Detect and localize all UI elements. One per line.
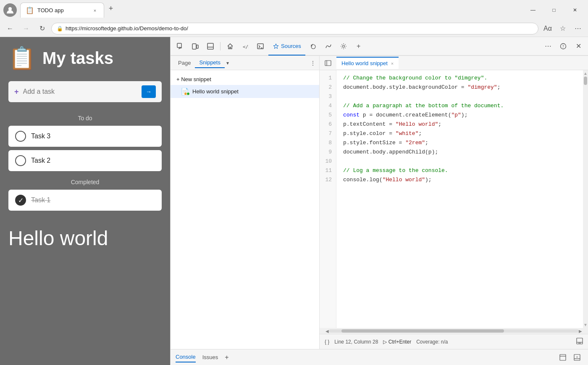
add-task-bar: + → [8,81,162,102]
code-content-area: 1 2 3 4 5 6 7 8 9 10 11 12 // Change the… [320,70,588,328]
coverage-label: Coverage: n/a [416,339,448,345]
hscrollbar-track[interactable] [329,329,579,333]
console-tab[interactable]: Console [176,352,196,362]
maximize-button[interactable]: □ [544,3,564,17]
read-aloud-button[interactable]: Aα [541,22,554,35]
add-drawer-tab-button[interactable]: + [225,354,228,361]
home-button[interactable] [223,39,237,53]
profile-icon[interactable] [3,3,17,17]
hscrollbar-left-arrow[interactable]: ◀ [326,329,329,333]
snippet-item-hello-world[interactable]: 📄 Hello world snippet [171,85,319,98]
add-task-input[interactable] [23,88,137,95]
inspect-element-button[interactable] [173,39,187,53]
close-button[interactable]: ✕ [565,3,585,17]
sources-panel-tab[interactable]: Sources [268,37,305,56]
code-text[interactable]: // Change the background color to "dimgr… [336,70,583,328]
url-text: https://microsoftedge.github.io/Demos/de… [66,25,188,32]
active-tab[interactable]: 📋 TODO app × [20,3,104,18]
settings-button[interactable] [336,39,351,53]
svg-rect-2 [192,44,196,49]
dock-bottom-button[interactable] [557,352,569,363]
devtools-bottom-tabs: Console Issues + [171,349,588,365]
task-3-label: Task 3 [31,132,50,140]
browser-chrome: 📋 TODO app × + — □ ✕ ← → ↻ 🔒 https://mic… [0,0,588,37]
more-button[interactable]: ⋯ [571,22,585,35]
editor-tab-label: Hello world snippet [341,60,388,66]
refresh-button[interactable]: ↻ [35,22,49,35]
svg-rect-3 [197,45,198,48]
editor-tabs: Hello world snippet × [320,56,588,70]
svg-rect-16 [560,354,566,360]
snippet-run-dot [186,92,190,95]
task-3-checkbox[interactable] [15,131,26,142]
snippets-tab[interactable]: Snippets [195,58,225,68]
add-panel-button[interactable]: + [352,39,366,53]
run-snippet-button[interactable]: ▷ Ctrl+Enter [383,339,411,345]
devtools-toolbar: </> Sources + ⋯ ? [171,37,588,56]
task-2-checkbox[interactable] [15,155,26,166]
scrollbar-down-arrow[interactable]: ▼ [583,323,588,328]
device-emulation-button[interactable] [188,39,202,53]
hscrollbar-right-arrow[interactable]: ▶ [579,329,582,333]
page-tab[interactable]: Page [174,58,195,68]
format-button[interactable]: { } [325,339,329,345]
add-task-button[interactable]: → [142,85,156,98]
snippets-list: + New snippet 📄 Hello world snippet [171,70,319,349]
editor-tab-close-button[interactable]: × [391,61,394,66]
snippet-name: Hello world snippet [192,88,239,95]
issues-tab[interactable]: Issues [202,352,218,362]
task-item-1[interactable]: ✓ Task 1 [8,190,162,211]
performance-button[interactable] [321,39,336,53]
close-devtools-button[interactable]: ✕ [571,39,585,53]
todo-section-label: To do [8,115,162,122]
help-button[interactable]: ? [556,39,570,53]
address-bar[interactable]: 🔒 https://microsoftedge.github.io/Demos/… [51,23,538,34]
forward-button: → [19,22,33,35]
network-button[interactable] [306,39,320,53]
task-item-2[interactable]: Task 2 [8,150,162,171]
task-1-checkbox[interactable]: ✓ [15,195,26,206]
toolbar-separator [220,42,220,50]
plus-icon: + [14,87,19,96]
nav-bar: ← → ↻ 🔒 https://microsoftedge.github.io/… [0,20,588,37]
nav-actions: Aα ☆ ⋯ [541,22,585,35]
svg-rect-12 [325,61,331,66]
new-tab-button[interactable]: + [104,2,118,15]
main-area: 📋 My tasks + → To do Task 3 Task 2 Compl… [0,37,588,365]
elements-panel-button[interactable]: </> [238,39,252,53]
task-1-label: Task 1 [31,196,50,204]
devtools-panel: </> Sources + ⋯ ? [170,37,588,365]
new-snippet-label: + New snippet [176,76,211,82]
sources-tabs: Page Snippets ▾ ⋮ [171,56,319,70]
svg-text:</>: </> [243,44,249,50]
vertical-scrollbar[interactable]: ▲ ▼ [583,70,588,328]
task-item-3[interactable]: Task 3 [8,126,162,147]
tab-favicon: 📋 [26,6,34,14]
scrollbar-thumb[interactable] [584,77,587,85]
page-header: 📋 My tasks [8,45,162,71]
sources-panel-body: Page Snippets ▾ ⋮ + New snippet 📄 [171,56,588,349]
clipboard-icon: 📋 [8,45,36,71]
snippets-menu-button[interactable]: ⋮ [310,60,316,66]
sources-file-list: Page Snippets ▾ ⋮ + New snippet 📄 [171,56,320,349]
more-tools-button[interactable]: ⋯ [541,39,555,53]
sidebar-toggle-button[interactable] [322,57,334,69]
dock-button[interactable] [576,338,583,346]
task-2-label: Task 2 [31,157,50,164]
editor-tab-hello-world[interactable]: Hello world snippet × [336,57,399,69]
window-controls: — □ ✕ [523,3,585,17]
scrollbar-up-arrow[interactable]: ▲ [583,70,588,76]
favorites-button[interactable]: ☆ [556,22,570,35]
horizontal-scrollbar[interactable]: ◀ ▶ [320,328,588,334]
toggle-drawer-button[interactable] [203,39,218,53]
new-snippet-button[interactable]: + New snippet [171,74,319,85]
back-button[interactable]: ← [3,22,17,35]
page-title: My tasks [42,49,113,68]
hscrollbar-thumb[interactable] [341,329,504,333]
minimize-button[interactable]: — [523,3,543,17]
close-bottom-panel-button[interactable] [571,352,583,363]
snippets-more-button[interactable]: ▾ [226,60,229,66]
editor-status-bar: { } Line 12, Column 28 ▷ Ctrl+Enter Cove… [320,334,588,349]
tab-close-button[interactable]: × [91,7,99,14]
console-panel-button[interactable] [253,39,268,53]
